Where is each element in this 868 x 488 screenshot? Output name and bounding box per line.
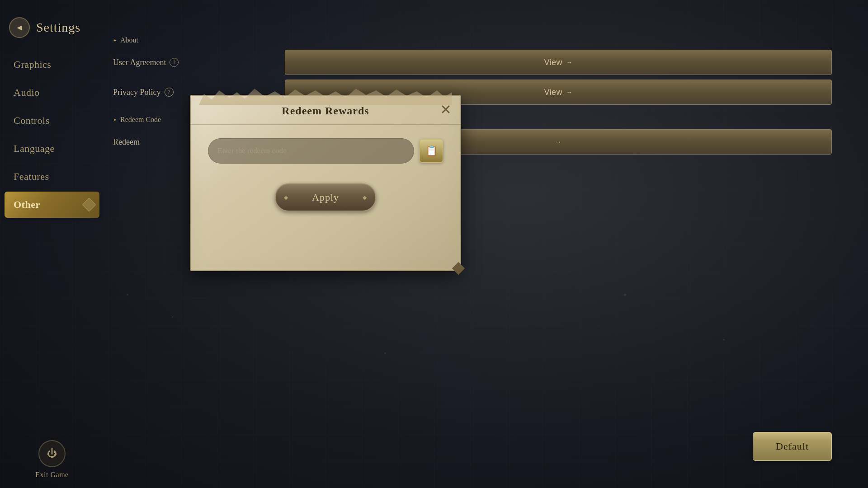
sidebar-item-label: Graphics (14, 59, 51, 70)
modal-outer: Redeem Rewards 📋 Apply (190, 95, 461, 271)
back-icon: ◄ (15, 23, 24, 33)
sidebar-item-label: Other (14, 199, 40, 210)
apply-button[interactable]: Apply (275, 183, 376, 211)
modal-title: Redeem Rewards (282, 105, 369, 117)
corner-diamond-icon (452, 262, 465, 275)
close-icon (439, 103, 452, 116)
apply-label: Apply (312, 192, 339, 203)
power-icon: ⏻ (47, 448, 57, 460)
user-agreement-tooltip-icon[interactable]: ? (170, 58, 179, 67)
sidebar-item-label: Features (14, 171, 49, 182)
sidebar-item-label: Audio (14, 87, 40, 98)
redeem-rewards-modal: Redeem Rewards 📋 Apply (190, 95, 461, 271)
sidebar-item-graphics[interactable]: Graphics (5, 52, 99, 78)
modal-close-button[interactable] (438, 101, 454, 117)
sidebar-item-audio[interactable]: Audio (5, 80, 99, 106)
user-agreement-label: User Agreement ? (113, 58, 285, 67)
sidebar-item-features[interactable]: Features (5, 164, 99, 190)
exit-game-section[interactable]: ⏻ Exit Game (0, 431, 104, 488)
modal-header: Redeem Rewards (190, 95, 461, 125)
exit-game-label: Exit Game (35, 471, 68, 479)
sidebar: ◄ Settings Graphics Audio Controls Langu… (0, 0, 104, 488)
sidebar-item-controls[interactable]: Controls (5, 108, 99, 134)
page-title: Settings (36, 20, 80, 35)
sidebar-item-language[interactable]: Language (5, 136, 99, 162)
privacy-policy-tooltip-icon[interactable]: ? (165, 88, 174, 97)
redeem-section-title: Redeem Code (120, 116, 161, 124)
header-row: ◄ Settings (0, 9, 104, 52)
view-arrow-icon-2: → (566, 89, 573, 96)
user-agreement-row: User Agreement ? View → (113, 50, 832, 75)
view-arrow-icon: → (566, 59, 573, 66)
nav-menu: Graphics Audio Controls Language Feature… (0, 52, 104, 431)
modal-corner-decoration (449, 259, 467, 277)
user-agreement-view-button[interactable]: View → (285, 50, 832, 75)
apply-btn-container: Apply (208, 183, 443, 211)
sidebar-item-label: Controls (14, 115, 50, 126)
paste-button[interactable]: 📋 (420, 139, 443, 163)
about-section-header: About (113, 36, 832, 44)
modal-body: 📋 Apply (190, 125, 461, 222)
paste-icon: 📋 (425, 145, 438, 157)
input-row: 📋 (208, 138, 443, 164)
redeem-arrow-icon: → (555, 138, 562, 145)
back-button[interactable]: ◄ (9, 17, 30, 38)
default-button[interactable]: Default (753, 432, 832, 461)
redeem-code-input[interactable] (208, 138, 414, 164)
sidebar-item-label: Language (14, 143, 55, 154)
about-section-title: About (120, 36, 138, 44)
power-icon-circle: ⏻ (38, 440, 66, 467)
sidebar-item-other[interactable]: Other (5, 192, 99, 218)
